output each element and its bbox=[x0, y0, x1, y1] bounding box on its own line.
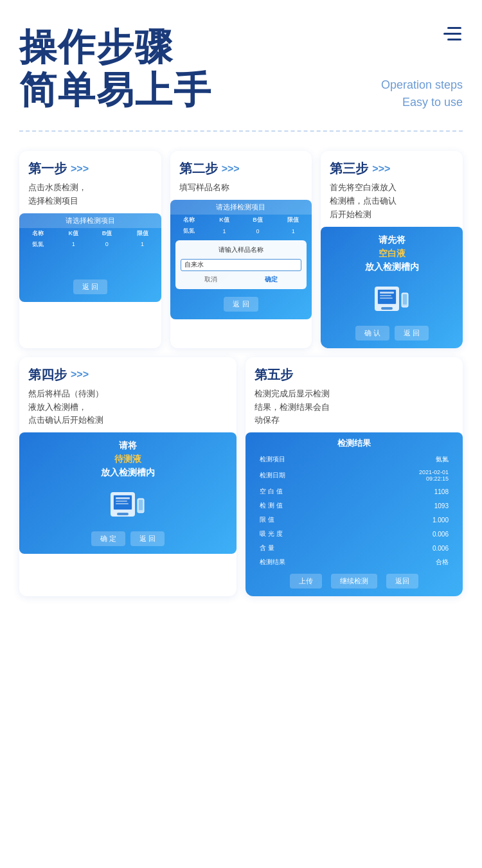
step-5-bottom-bar: 上传 继续检测 返回 bbox=[245, 570, 463, 592]
result-row-2: 空 白 值 1108 bbox=[253, 485, 455, 498]
step-2-modal-buttons: 取消 确定 bbox=[181, 275, 302, 284]
step-4-desc: 然后将样品（待测）液放入检测槽，点击确认后开始检测 bbox=[28, 387, 228, 427]
svg-rect-6 bbox=[380, 292, 394, 294]
result-row-5: 吸 光 度 0.006 bbox=[253, 527, 455, 540]
svg-rect-7 bbox=[380, 295, 391, 296]
step-4-screen: 请将 待测液 放入检测槽内 bbox=[19, 432, 237, 554]
step-2-back-bar: 返 回 bbox=[170, 293, 312, 315]
step-2-modal-input[interactable] bbox=[181, 259, 302, 271]
step-2-modal-cancel[interactable]: 取消 bbox=[204, 275, 217, 284]
svg-rect-18 bbox=[117, 513, 129, 515]
step-5-continue-btn[interactable]: 继续检测 bbox=[331, 574, 377, 589]
step-3-card: 第三步 >>> 首先将空白液放入检测槽，点击确认后开始检测 请先将 空白液 放入… bbox=[321, 151, 463, 348]
step-1-table: 名称 K值 B值 限值 氨氮 1 0 1 bbox=[19, 228, 161, 250]
step-1-back-btn[interactable]: 返 回 bbox=[73, 279, 107, 294]
step-4-arrow: >>> bbox=[71, 369, 89, 380]
step-3-prompt: 请先将 空白液 放入检测槽内 bbox=[321, 227, 463, 276]
result-row-0: 检测项目 氨氮 bbox=[253, 453, 455, 466]
svg-rect-11 bbox=[403, 294, 407, 305]
step-5-results-table: 检测项目 氨氮 检测日期 2021-02-01 09:22:15 空 白 值 1… bbox=[245, 452, 463, 570]
step-2-modal-title: 请输入样品名称 bbox=[181, 245, 302, 254]
result-row-4: 限 值 1.000 bbox=[253, 513, 455, 526]
step-4-device-img bbox=[19, 482, 237, 527]
step-2-modal-confirm[interactable]: 确定 bbox=[265, 275, 278, 284]
step-5-results-title: 检测结果 bbox=[245, 432, 463, 452]
step-1-screen-title: 请选择检测项目 bbox=[19, 213, 161, 228]
svg-rect-1 bbox=[443, 33, 461, 35]
menu-icon[interactable] bbox=[442, 26, 463, 47]
step-5-desc: 检测完成后显示检测结果，检测结果会自动保存 bbox=[254, 387, 454, 427]
steps-bottom-grid: 第四步 >>> 然后将样品（待测）液放入检测槽，点击确认后开始检测 请将 待测液… bbox=[19, 357, 463, 596]
step-5-screen: 检测结果 检测项目 氨氮 检测日期 2021-02-01 09:22:15 空 … bbox=[245, 432, 463, 596]
result-row-1: 检测日期 2021-02-01 09:22:15 bbox=[253, 467, 455, 484]
step-3-highlight: 空白液 bbox=[379, 248, 406, 258]
step-1-back-bar: 返 回 bbox=[19, 276, 161, 298]
step-4-card: 第四步 >>> 然后将样品（待测）液放入检测槽，点击确认后开始检测 请将 待测液… bbox=[19, 357, 237, 596]
step-1-number: 第一步 >>> bbox=[28, 160, 152, 177]
step-2-screen: 请选择检测项目 名称 K值 B值 限值 氨氮 1 bbox=[170, 200, 312, 319]
svg-rect-16 bbox=[116, 500, 127, 502]
step-3-screen: 请先将 空白液 放入检测槽内 bbox=[321, 227, 463, 348]
svg-rect-9 bbox=[381, 307, 393, 310]
step-2-desc: 填写样品名称 bbox=[179, 181, 303, 195]
step-5-upload-btn[interactable]: 上传 bbox=[290, 574, 322, 589]
svg-rect-2 bbox=[447, 39, 461, 40]
step-4-prompt: 请将 待测液 放入检测槽内 bbox=[19, 432, 237, 482]
device-svg bbox=[370, 281, 415, 317]
step-2-table: 名称 K值 B值 限值 氨氮 1 0 1 bbox=[170, 215, 312, 236]
step-4-bottom-bar: 确 定 返 回 bbox=[19, 527, 237, 550]
svg-rect-0 bbox=[447, 27, 461, 29]
step-2-card: 第二步 >>> 填写样品名称 请选择检测项目 名称 K值 B值 限值 bbox=[170, 151, 312, 348]
step-4-number: 第四步 >>> bbox=[28, 366, 228, 384]
step-1-card: 第一步 >>> 点击水质检测，选择检测项目 请选择检测项目 名称 K值 B值 限… bbox=[19, 151, 161, 348]
step-2-screen-title: 请选择检测项目 bbox=[170, 200, 312, 215]
step-3-arrow: >>> bbox=[372, 163, 390, 175]
step-2-arrow: >>> bbox=[222, 163, 240, 175]
step-1-screen: 请选择检测项目 名称 K值 B值 限值 氨氮 1 bbox=[19, 213, 161, 302]
header-divider bbox=[19, 130, 463, 132]
svg-rect-20 bbox=[139, 500, 143, 510]
step-4-confirm-btn[interactable]: 确 定 bbox=[91, 531, 125, 546]
step-1-arrow: >>> bbox=[71, 163, 89, 175]
svg-rect-15 bbox=[116, 497, 130, 499]
result-row-7: 检测结果 合格 bbox=[253, 556, 455, 569]
step-5-card: 第五步 检测完成后显示检测结果，检测结果会自动保存 检测结果 检测项目 氨氮 检 bbox=[245, 357, 463, 596]
result-row-6: 含 量 0.006 bbox=[253, 542, 455, 554]
step-4-highlight: 待测液 bbox=[114, 454, 141, 464]
svg-rect-8 bbox=[380, 297, 393, 299]
page-header: 操作步骤 简单易上手 Operation steps Easy to use bbox=[19, 26, 463, 111]
svg-rect-17 bbox=[116, 503, 129, 504]
steps-top-grid: 第一步 >>> 点击水质检测，选择检测项目 请选择检测项目 名称 K值 B值 限… bbox=[19, 151, 463, 348]
step-5-number: 第五步 bbox=[254, 366, 454, 384]
step-3-bottom-bar: 确 认 返 回 bbox=[321, 322, 463, 344]
step-3-back-btn[interactable]: 返 回 bbox=[395, 326, 429, 341]
step-3-confirm-btn[interactable]: 确 认 bbox=[355, 326, 389, 341]
step-1-desc: 点击水质检测，选择检测项目 bbox=[28, 181, 152, 208]
step-2-back-btn[interactable]: 返 回 bbox=[224, 297, 258, 312]
step-5-back-btn[interactable]: 返回 bbox=[386, 574, 418, 589]
step-3-desc: 首先将空白液放入检测槽，点击确认后开始检测 bbox=[330, 181, 454, 221]
step-2-number: 第二步 >>> bbox=[179, 160, 303, 177]
step-3-number: 第三步 >>> bbox=[330, 160, 454, 177]
step-3-device-img bbox=[321, 276, 463, 322]
step-4-device-svg bbox=[105, 487, 150, 522]
step-2-modal: 请输入样品名称 取消 确定 bbox=[175, 240, 307, 289]
step-4-back-btn[interactable]: 返 回 bbox=[130, 531, 165, 546]
result-row-3: 检 测 值 1093 bbox=[253, 499, 455, 512]
page-subtitle: Operation steps Easy to use bbox=[381, 76, 463, 111]
